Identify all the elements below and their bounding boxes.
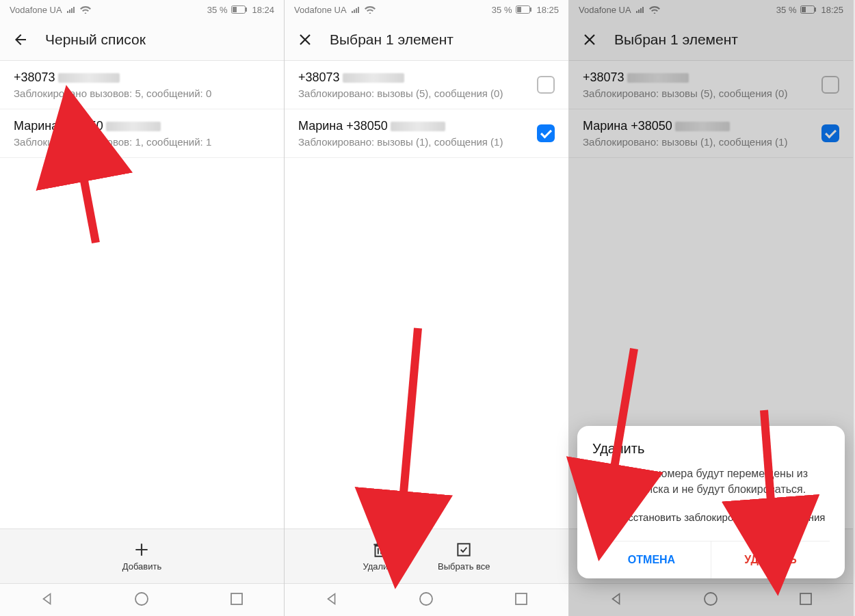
contact-number: +38073 [583,70,624,85]
nav-back-icon[interactable] [609,591,624,609]
contact-number: Марина +38050 [583,119,672,133]
restore-messages-label: Восстановить заблокированные сообщения [616,511,826,523]
header: Выбран 1 элемент [569,19,853,60]
wifi-icon [649,6,660,14]
trash-icon [371,541,389,559]
contact-number: +38073 [14,70,55,85]
page-title: Выбран 1 элемент [614,31,738,48]
select-all-icon [455,541,473,559]
list-area: +38073 Заблокировано вызовов: 5, сообщен… [0,60,284,528]
svg-rect-9 [458,544,470,555]
select-all-button[interactable]: Выбрать все [438,541,490,572]
nav-recent-icon[interactable] [514,591,529,609]
nav-recent-icon[interactable] [229,591,244,609]
header: Черный список [0,19,284,60]
cancel-button[interactable]: ОТМЕНА [592,541,711,578]
confirm-dialog: Удалить Выбранные номера будут перемещен… [577,426,845,578]
svg-point-10 [420,593,432,605]
list-area: +38073 Заблокировано: вызовы (5), сообще… [285,60,568,528]
select-checkbox[interactable] [821,124,839,142]
status-bar: Vodafone UA 35 % 18:24 [0,0,284,19]
battery-percent: 35 % [492,5,512,15]
nav-home-icon[interactable] [419,591,434,609]
contact-sub: Заблокировано: вызовы (1), сообщения (1) [298,136,529,148]
wifi-icon [80,6,91,14]
svg-rect-18 [800,593,811,604]
blacklist-item[interactable]: +38073 Заблокировано вызовов: 5, сообщен… [0,61,284,109]
battery-percent: 35 % [207,5,228,15]
nav-bar [569,583,853,616]
clock: 18:25 [536,5,559,15]
carrier-label: Vodafone UA [294,5,347,15]
select-checkbox[interactable] [821,76,839,94]
confirm-delete-button[interactable]: УДАЛИТЬ [711,541,830,578]
select-checkbox[interactable] [537,76,555,94]
nav-recent-icon[interactable] [798,591,813,609]
phone-screen-1: Vodafone UA 35 % 18:24 Черный список +38… [0,0,285,616]
svg-rect-1 [233,7,237,12]
nav-home-icon[interactable] [134,591,149,609]
contact-number: Марина +38050 [14,119,103,133]
signal-icon [66,6,76,14]
svg-point-3 [135,593,148,605]
bottom-bar: Добавить [0,528,284,583]
delete-label: Удалить [363,561,397,572]
bottom-bar: Удалить Выбрать все [285,528,568,583]
dialog-text: Выбранные номера будут перемещены из чер… [592,466,830,497]
nav-home-icon[interactable] [703,591,718,609]
contact-sub: Заблокировано: вызовы (1), сообщения (1) [583,136,813,148]
select-all-label: Выбрать все [438,561,490,572]
blacklist-item[interactable]: Марина +38050 Заблокировано: вызовы (1),… [569,109,853,158]
svg-rect-8 [530,8,531,12]
clock: 18:25 [821,5,843,15]
svg-rect-4 [231,593,242,604]
contact-number: +38073 [298,70,340,85]
battery-icon [800,5,817,14]
back-icon[interactable] [12,31,29,48]
svg-rect-11 [516,593,527,604]
carrier-label: Vodafone UA [579,5,631,15]
svg-rect-7 [517,7,521,12]
nav-back-icon[interactable] [40,591,55,609]
contact-sub: Заблокировано: вызовы (5), сообщения (0) [298,88,529,99]
contact-number: Марина +38050 [298,119,388,133]
status-bar: Vodafone UA 35 % 18:25 [569,0,853,19]
contact-sub: Заблокировано вызовов: 5, сообщений: 0 [14,88,270,99]
nav-back-icon[interactable] [324,591,339,609]
page-title: Черный список [45,31,146,48]
nav-bar [285,583,568,616]
battery-percent: 35 % [776,5,797,15]
clock: 18:24 [252,5,274,15]
dialog-title: Удалить [592,441,830,457]
svg-point-17 [705,593,717,605]
svg-rect-15 [815,8,816,12]
svg-rect-14 [802,7,806,12]
phone-screen-3: Vodafone UA 35 % 18:25 Выбран 1 элемент … [569,0,854,616]
close-icon[interactable] [581,31,598,48]
wifi-icon [365,6,376,14]
carrier-label: Vodafone UA [10,5,62,15]
contact-sub: Заблокировано: вызовы (5), сообщения (0) [583,88,813,99]
blacklist-item[interactable]: Марина +38050 Заблокировано: вызовы (1),… [285,109,568,158]
status-bar: Vodafone UA 35 % 18:25 [285,0,568,19]
battery-icon [516,5,532,14]
delete-button[interactable]: Удалить [363,541,397,572]
add-label: Добавить [122,561,161,572]
signal-icon [351,6,360,14]
select-checkbox[interactable] [537,124,555,142]
blacklist-item[interactable]: +38073 Заблокировано: вызовы (5), сообще… [285,61,568,109]
header: Выбран 1 элемент [285,19,568,60]
close-icon[interactable] [297,31,313,48]
battery-icon [231,5,248,14]
signal-icon [635,6,645,14]
contact-sub: Заблокировано вызовов: 1, сообщений: 1 [14,136,270,148]
svg-rect-2 [246,8,247,12]
phone-screen-2: Vodafone UA 35 % 18:25 Выбран 1 элемент … [285,0,569,616]
page-title: Выбран 1 элемент [330,31,453,48]
restore-messages-checkbox[interactable] [592,509,607,524]
nav-bar [0,583,284,616]
add-button[interactable]: Добавить [122,541,161,572]
blacklist-item[interactable]: Марина +38050 Заблокировано вызовов: 1, … [0,109,284,158]
plus-icon [133,541,150,559]
blacklist-item[interactable]: +38073 Заблокировано: вызовы (5), сообще… [569,61,853,109]
